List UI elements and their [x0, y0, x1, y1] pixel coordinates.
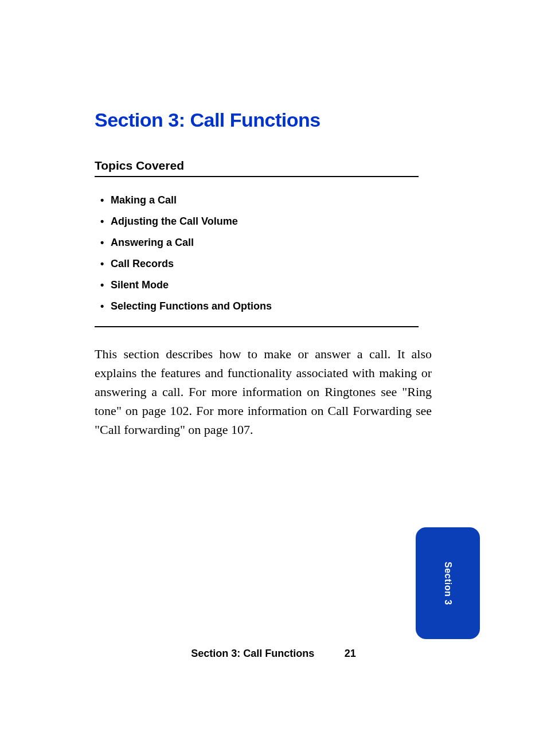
footer-section-label: Section 3: Call Functions — [191, 648, 314, 659]
topic-item: Call Records — [95, 258, 419, 270]
page-footer: Section 3: Call Functions 21 — [0, 648, 547, 660]
topic-item: Answering a Call — [95, 237, 419, 249]
section-title: Section 3: Call Functions — [95, 109, 478, 131]
section-description: This section describes how to make or an… — [95, 344, 432, 439]
section-tab: Section 3 — [416, 527, 480, 639]
topic-item: Adjusting the Call Volume — [95, 216, 419, 228]
topic-item: Silent Mode — [95, 279, 419, 291]
topics-list: Making a Call Adjusting the Call Volume … — [95, 194, 419, 312]
divider — [95, 326, 419, 327]
topics-covered-heading: Topics Covered — [95, 159, 419, 177]
topic-item: Making a Call — [95, 194, 419, 206]
page-number: 21 — [345, 648, 356, 660]
topic-item: Selecting Functions and Options — [95, 300, 419, 312]
section-tab-label: Section 3 — [443, 562, 453, 605]
